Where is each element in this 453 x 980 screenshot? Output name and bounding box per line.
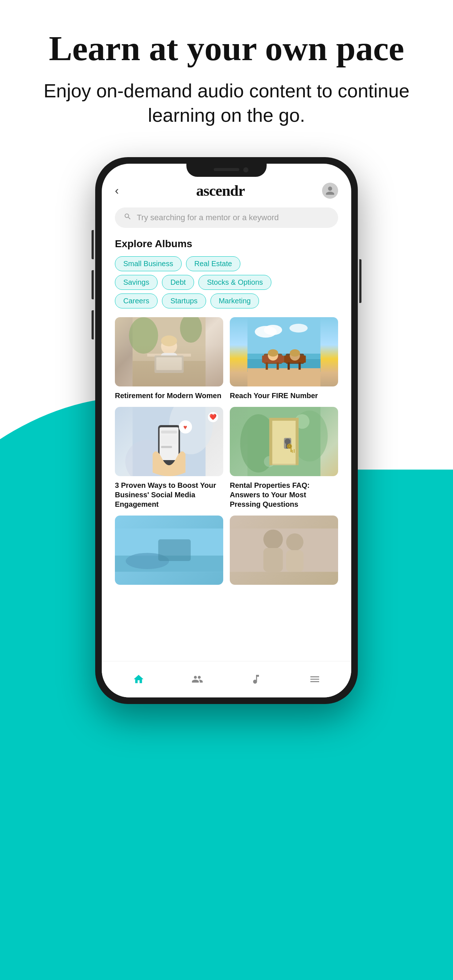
back-button[interactable]: ‹ xyxy=(115,184,119,197)
svg-rect-34 xyxy=(161,431,177,433)
album-3-illustration: ♥ xyxy=(115,407,223,476)
heart-badge: ❤️ xyxy=(208,412,218,422)
navigation-bar: ‹ ascendr xyxy=(115,182,338,199)
svg-point-13 xyxy=(290,324,308,332)
album-6-illustration xyxy=(230,515,338,585)
bottom-nav-menu[interactable] xyxy=(308,672,322,687)
album-item-6-partial[interactable] xyxy=(230,515,338,589)
album-thumb-5-partial xyxy=(115,515,223,585)
app-logo: ascendr xyxy=(196,182,245,199)
svg-rect-54 xyxy=(291,448,292,452)
svg-rect-35 xyxy=(161,435,177,444)
community-icon xyxy=(190,672,205,687)
svg-rect-20 xyxy=(277,363,279,370)
tag-stocks[interactable]: Stocks & Options xyxy=(198,275,271,290)
svg-point-28 xyxy=(290,349,300,356)
search-bar[interactable]: Try searching for a mentor or a keyword xyxy=(115,207,338,228)
audio-icon xyxy=(249,672,263,687)
home-icon xyxy=(131,672,146,687)
svg-rect-19 xyxy=(266,363,268,370)
tag-savings[interactable]: Savings xyxy=(115,275,158,290)
tag-small-business[interactable]: Small Business xyxy=(115,256,182,271)
tag-debt[interactable]: Debt xyxy=(162,275,194,290)
notch-speaker xyxy=(214,168,239,171)
svg-rect-9 xyxy=(156,357,182,370)
svg-rect-48 xyxy=(296,418,299,465)
svg-rect-8 xyxy=(155,355,184,373)
album-4-illustration xyxy=(230,407,338,476)
tag-startups[interactable]: Startups xyxy=(162,293,206,309)
svg-rect-7 xyxy=(161,353,177,371)
svg-point-50 xyxy=(285,439,291,444)
svg-rect-1 xyxy=(133,361,206,387)
svg-rect-36 xyxy=(161,446,172,448)
svg-point-6 xyxy=(161,336,177,346)
svg-rect-16 xyxy=(248,368,321,387)
svg-point-2 xyxy=(129,317,158,354)
notch-camera xyxy=(243,167,248,172)
tags-row: Small Business Real Estate xyxy=(115,256,338,271)
album-5-illustration xyxy=(115,515,223,585)
app-screen-content: ‹ ascendr Try searching fo xyxy=(102,164,351,697)
menu-icon xyxy=(308,672,322,687)
tags-row-3: Careers Startups Marketing xyxy=(115,293,338,309)
album-4-title: Rental Properties FAQ: Answers to Your M… xyxy=(230,480,338,509)
header-section: Learn at your own pace Enjoy on-demand a… xyxy=(0,0,453,143)
phone-button-power xyxy=(359,259,362,303)
album-3-title: 3 Proven Ways to Boost Your Business' So… xyxy=(115,480,223,509)
album-item-2[interactable]: Reach Your FIRE Number xyxy=(230,317,338,400)
bottom-navigation xyxy=(102,661,351,697)
album-item-5-partial[interactable] xyxy=(115,515,223,589)
svg-rect-23 xyxy=(288,363,290,370)
album-item-3[interactable]: ❤️ xyxy=(115,407,223,509)
svg-rect-61 xyxy=(230,528,338,572)
album-thumb-2 xyxy=(230,317,338,387)
svg-point-12 xyxy=(264,325,282,335)
svg-point-63 xyxy=(286,533,303,551)
svg-rect-47 xyxy=(270,418,273,465)
phone-button-vol-down xyxy=(91,310,94,339)
svg-rect-4 xyxy=(147,354,191,356)
search-placeholder-text: Try searching for a mentor or a keyword xyxy=(137,213,279,223)
phone-notch xyxy=(187,164,266,177)
bottom-nav-community[interactable] xyxy=(190,672,205,687)
album-1-illustration xyxy=(115,317,223,387)
bottom-nav-audio[interactable] xyxy=(249,672,263,687)
phone-outer-frame: ‹ ascendr Try searching fo xyxy=(95,157,358,704)
svg-rect-55 xyxy=(292,450,293,453)
svg-point-62 xyxy=(263,530,283,549)
album-thumb-3: ❤️ xyxy=(115,407,223,476)
phone-screen: ‹ ascendr Try searching fo xyxy=(102,164,351,697)
sub-heading: Enjoy on-demand audio content to continu… xyxy=(22,79,431,128)
album-grid: Retirement for Modern Women xyxy=(115,317,338,589)
svg-rect-56 xyxy=(294,449,295,453)
tag-real-estate[interactable]: Real Estate xyxy=(186,256,240,271)
album-1-title: Retirement for Modern Women xyxy=(115,391,223,400)
avatar-icon xyxy=(325,186,335,196)
album-thumb-1 xyxy=(115,317,223,387)
explore-albums-title: Explore Albums xyxy=(115,238,338,250)
album-2-title: Reach Your FIRE Number xyxy=(230,391,338,400)
album-thumb-4 xyxy=(230,407,338,476)
svg-rect-65 xyxy=(286,550,303,572)
tag-marketing[interactable]: Marketing xyxy=(211,293,259,309)
bottom-nav-home[interactable] xyxy=(131,672,146,687)
svg-rect-24 xyxy=(299,363,301,370)
svg-rect-64 xyxy=(263,548,283,572)
tags-row-2: Savings Debt Stocks & Options xyxy=(115,275,338,290)
album-2-illustration xyxy=(230,317,338,387)
album-item-4[interactable]: Rental Properties FAQ: Answers to Your M… xyxy=(230,407,338,509)
main-heading: Learn at your own pace xyxy=(22,29,431,68)
search-icon xyxy=(124,213,132,223)
user-avatar[interactable] xyxy=(322,183,338,199)
svg-text:♥: ♥ xyxy=(183,424,187,431)
album-thumb-6-partial xyxy=(230,515,338,585)
phone-mockup: ‹ ascendr Try searching fo xyxy=(0,157,453,704)
svg-point-26 xyxy=(268,349,278,356)
svg-rect-60 xyxy=(158,539,191,561)
svg-rect-46 xyxy=(270,418,299,421)
phone-button-vol-up xyxy=(91,270,94,299)
phone-button-mute xyxy=(91,230,94,259)
album-item-1[interactable]: Retirement for Modern Women xyxy=(115,317,223,400)
tag-careers[interactable]: Careers xyxy=(115,293,158,309)
